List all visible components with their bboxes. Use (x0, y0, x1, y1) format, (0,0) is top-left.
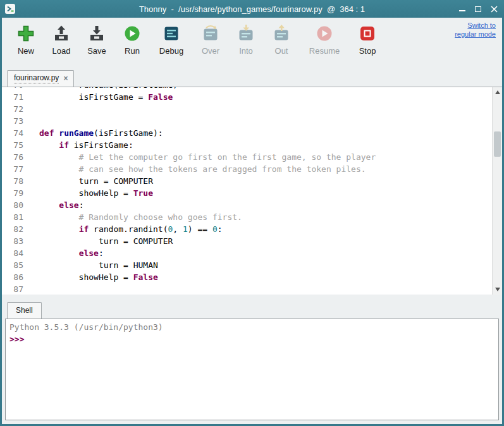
code-editor[interactable]: 70 runGame(isFirstGame)71 isFirstGame = … (2, 87, 502, 295)
code-text: if random.randint(0, 1) == 0: (23, 223, 223, 235)
new-button-label: New (18, 46, 34, 56)
step-out-button-label: Out (275, 46, 288, 56)
line-number: 77 (2, 163, 23, 175)
line-number: 71 (2, 91, 23, 103)
code-line: 86 showHelp = False (2, 271, 502, 283)
line-number: 86 (2, 271, 23, 283)
step-out-button[interactable]: Out (264, 21, 299, 67)
line-number: 76 (2, 151, 23, 163)
code-text (23, 115, 39, 127)
debug-button-label: Debug (159, 46, 183, 56)
code-line: 78 turn = COMPUTER (2, 175, 502, 187)
app-icon (5, 4, 15, 14)
resume-icon (315, 24, 334, 43)
resume-button[interactable]: Resume (307, 21, 342, 67)
line-number: 84 (2, 247, 23, 259)
debug-button[interactable]: Debug (154, 21, 189, 67)
code-lines: 70 runGame(isFirstGame)71 isFirstGame = … (2, 87, 502, 295)
code-line: 87 (2, 283, 502, 295)
shell-output[interactable]: Python 3.5.3 (/usr/bin/python3) >>> (5, 319, 499, 420)
code-text: else: (23, 199, 83, 211)
stop-button-label: Stop (359, 46, 376, 56)
switch-mode-link[interactable]: Switch to regular mode (452, 21, 496, 39)
maximize-icon (475, 6, 481, 12)
code-line: 77 # can see how the tokens are dragged … (2, 163, 502, 175)
code-line: 71 isFirstGame = False (2, 91, 502, 103)
line-number: 83 (2, 235, 23, 247)
line-number: 78 (2, 175, 23, 187)
line-number: 73 (2, 115, 23, 127)
tab-title: fourinarow.py (14, 73, 59, 83)
code-text: if isFirstGame: (23, 139, 133, 151)
maximize-button[interactable] (473, 4, 483, 14)
save-button[interactable]: Save (79, 21, 114, 67)
scroll-down-button[interactable] (493, 284, 502, 295)
code-line: 83 turn = COMPUTER (2, 235, 502, 247)
line-number: 87 (2, 283, 23, 295)
new-plus-icon (16, 24, 35, 43)
code-line: 80 else: (2, 199, 502, 211)
code-line: 72 (2, 103, 502, 115)
shell-prompt: >>> (9, 334, 24, 344)
line-number: 79 (2, 187, 23, 199)
line-number: 82 (2, 223, 23, 235)
step-over-icon (201, 24, 220, 43)
scroll-up-icon (495, 90, 500, 94)
code-text: # Let the computer go first on the first… (23, 151, 376, 163)
code-text (23, 103, 39, 115)
code-line: 85 turn = HUMAN (2, 259, 502, 271)
scroll-down-icon (495, 288, 500, 291)
load-button[interactable]: Load (44, 21, 79, 67)
step-into-button[interactable]: Into (228, 21, 264, 67)
line-number: 80 (2, 199, 23, 211)
tab-fourinarow[interactable]: fourinarow.py × (7, 70, 74, 87)
stop-button[interactable]: Stop (350, 21, 385, 67)
step-into-icon (237, 24, 255, 43)
code-line: 76 # Let the computer go first on the fi… (2, 151, 502, 163)
new-button[interactable]: New (8, 21, 44, 67)
window-title: Thonny - /usr/share/python_games/fourina… (139, 4, 365, 14)
run-button-label: Run (125, 46, 140, 56)
debug-icon (162, 24, 181, 43)
toolbar: New Load Save Run (2, 18, 502, 70)
code-text: turn = COMPUTER (23, 175, 153, 187)
code-text: showHelp = True (23, 187, 153, 199)
run-button[interactable]: Run (114, 21, 150, 67)
code-line: 74def runGame(isFirstGame): (2, 127, 502, 139)
step-over-button[interactable]: Over (193, 21, 228, 67)
editor-shell-splitter[interactable] (2, 295, 502, 302)
titlebar[interactable]: Thonny - /usr/share/python_games/fourina… (0, 0, 504, 18)
thonny-window: Thonny - /usr/share/python_games/fourina… (0, 0, 504, 426)
save-button-label: Save (87, 46, 106, 56)
code-text: # Randomly choose who goes first. (23, 211, 242, 223)
shell-tabrow: Shell (2, 302, 502, 319)
tab-shell[interactable]: Shell (7, 302, 42, 319)
editor-tabbar: fourinarow.py × (2, 70, 502, 87)
code-text: isFirstGame = False (23, 91, 173, 103)
stop-icon (358, 24, 377, 43)
scroll-up-button[interactable] (493, 87, 502, 97)
line-number: 81 (2, 211, 23, 223)
code-line: 75 if isFirstGame: (2, 139, 502, 151)
line-number: 72 (2, 103, 23, 115)
code-line: 73 (2, 115, 502, 127)
window-controls (457, 4, 499, 14)
run-play-icon (123, 24, 142, 43)
load-disk-icon (52, 24, 71, 43)
code-line: 82 if random.randint(0, 1) == 0: (2, 223, 502, 235)
tab-close-icon[interactable]: × (63, 74, 68, 83)
code-text: # can see how the tokens are dragged fro… (23, 163, 366, 175)
load-button-label: Load (52, 46, 71, 56)
code-text: turn = HUMAN (23, 259, 158, 271)
step-over-button-label: Over (202, 46, 219, 56)
editor-scrollbar[interactable] (492, 87, 502, 295)
minimize-icon (459, 10, 465, 11)
resume-button-label: Resume (309, 46, 340, 56)
line-number: 85 (2, 259, 23, 271)
minimize-button[interactable] (457, 4, 467, 14)
scrollbar-thumb[interactable] (494, 131, 501, 157)
code-line: 79 showHelp = True (2, 187, 502, 199)
step-out-icon (272, 24, 291, 43)
code-text: else: (23, 247, 104, 259)
close-button[interactable] (489, 4, 499, 14)
